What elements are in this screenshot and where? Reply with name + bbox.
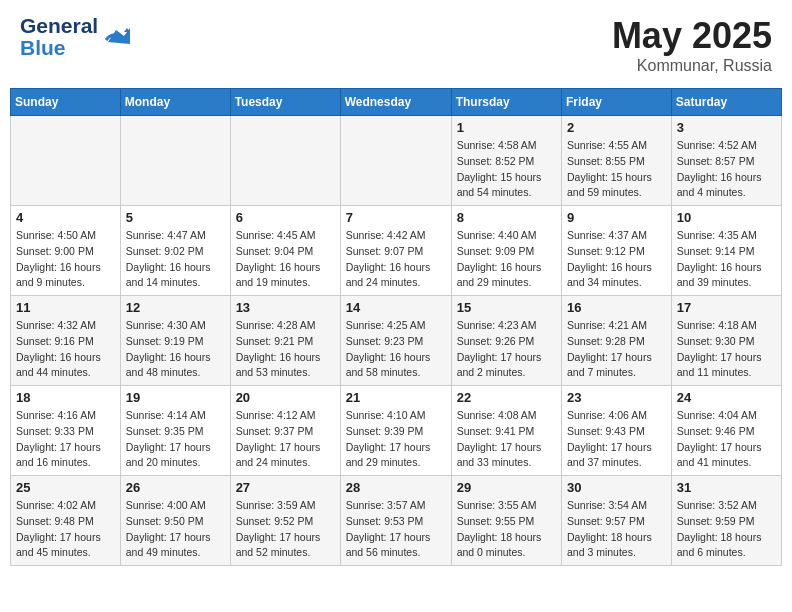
calendar-day-cell: 1Sunrise: 4:58 AM Sunset: 8:52 PM Daylig… bbox=[451, 116, 561, 206]
calendar-empty-cell bbox=[120, 116, 230, 206]
calendar-empty-cell bbox=[11, 116, 121, 206]
day-number: 25 bbox=[16, 480, 115, 495]
calendar-day-cell: 20Sunrise: 4:12 AM Sunset: 9:37 PM Dayli… bbox=[230, 386, 340, 476]
day-number: 14 bbox=[346, 300, 446, 315]
day-info: Sunrise: 4:18 AM Sunset: 9:30 PM Dayligh… bbox=[677, 318, 776, 381]
day-number: 9 bbox=[567, 210, 666, 225]
calendar-day-cell: 30Sunrise: 3:54 AM Sunset: 9:57 PM Dayli… bbox=[562, 476, 672, 566]
day-number: 2 bbox=[567, 120, 666, 135]
calendar-day-cell: 31Sunrise: 3:52 AM Sunset: 9:59 PM Dayli… bbox=[671, 476, 781, 566]
day-info: Sunrise: 4:35 AM Sunset: 9:14 PM Dayligh… bbox=[677, 228, 776, 291]
day-info: Sunrise: 4:25 AM Sunset: 9:23 PM Dayligh… bbox=[346, 318, 446, 381]
calendar-day-cell: 10Sunrise: 4:35 AM Sunset: 9:14 PM Dayli… bbox=[671, 206, 781, 296]
calendar-week-row: 18Sunrise: 4:16 AM Sunset: 9:33 PM Dayli… bbox=[11, 386, 782, 476]
calendar-week-row: 25Sunrise: 4:02 AM Sunset: 9:48 PM Dayli… bbox=[11, 476, 782, 566]
weekday-header-tuesday: Tuesday bbox=[230, 89, 340, 116]
day-info: Sunrise: 4:04 AM Sunset: 9:46 PM Dayligh… bbox=[677, 408, 776, 471]
logo: General Blue bbox=[20, 15, 130, 59]
weekday-header-thursday: Thursday bbox=[451, 89, 561, 116]
day-number: 24 bbox=[677, 390, 776, 405]
calendar-day-cell: 16Sunrise: 4:21 AM Sunset: 9:28 PM Dayli… bbox=[562, 296, 672, 386]
calendar-day-cell: 26Sunrise: 4:00 AM Sunset: 9:50 PM Dayli… bbox=[120, 476, 230, 566]
day-number: 12 bbox=[126, 300, 225, 315]
weekday-header-monday: Monday bbox=[120, 89, 230, 116]
day-number: 29 bbox=[457, 480, 556, 495]
day-number: 27 bbox=[236, 480, 335, 495]
day-info: Sunrise: 3:54 AM Sunset: 9:57 PM Dayligh… bbox=[567, 498, 666, 561]
calendar-day-cell: 9Sunrise: 4:37 AM Sunset: 9:12 PM Daylig… bbox=[562, 206, 672, 296]
day-info: Sunrise: 3:57 AM Sunset: 9:53 PM Dayligh… bbox=[346, 498, 446, 561]
day-info: Sunrise: 4:52 AM Sunset: 8:57 PM Dayligh… bbox=[677, 138, 776, 201]
calendar-day-cell: 12Sunrise: 4:30 AM Sunset: 9:19 PM Dayli… bbox=[120, 296, 230, 386]
calendar-day-cell: 7Sunrise: 4:42 AM Sunset: 9:07 PM Daylig… bbox=[340, 206, 451, 296]
day-info: Sunrise: 4:55 AM Sunset: 8:55 PM Dayligh… bbox=[567, 138, 666, 201]
day-number: 22 bbox=[457, 390, 556, 405]
day-number: 15 bbox=[457, 300, 556, 315]
calendar-day-cell: 29Sunrise: 3:55 AM Sunset: 9:55 PM Dayli… bbox=[451, 476, 561, 566]
day-info: Sunrise: 3:55 AM Sunset: 9:55 PM Dayligh… bbox=[457, 498, 556, 561]
day-info: Sunrise: 4:08 AM Sunset: 9:41 PM Dayligh… bbox=[457, 408, 556, 471]
day-number: 6 bbox=[236, 210, 335, 225]
day-number: 4 bbox=[16, 210, 115, 225]
day-info: Sunrise: 4:16 AM Sunset: 9:33 PM Dayligh… bbox=[16, 408, 115, 471]
weekday-header-sunday: Sunday bbox=[11, 89, 121, 116]
day-number: 11 bbox=[16, 300, 115, 315]
calendar-day-cell: 6Sunrise: 4:45 AM Sunset: 9:04 PM Daylig… bbox=[230, 206, 340, 296]
title-block: May 2025 Kommunar, Russia bbox=[612, 15, 772, 75]
day-number: 10 bbox=[677, 210, 776, 225]
logo-icon bbox=[102, 22, 130, 50]
day-info: Sunrise: 4:00 AM Sunset: 9:50 PM Dayligh… bbox=[126, 498, 225, 561]
calendar-day-cell: 13Sunrise: 4:28 AM Sunset: 9:21 PM Dayli… bbox=[230, 296, 340, 386]
calendar-day-cell: 18Sunrise: 4:16 AM Sunset: 9:33 PM Dayli… bbox=[11, 386, 121, 476]
day-number: 17 bbox=[677, 300, 776, 315]
calendar-day-cell: 15Sunrise: 4:23 AM Sunset: 9:26 PM Dayli… bbox=[451, 296, 561, 386]
day-number: 28 bbox=[346, 480, 446, 495]
day-number: 21 bbox=[346, 390, 446, 405]
day-info: Sunrise: 4:47 AM Sunset: 9:02 PM Dayligh… bbox=[126, 228, 225, 291]
calendar-day-cell: 4Sunrise: 4:50 AM Sunset: 9:00 PM Daylig… bbox=[11, 206, 121, 296]
logo-blue: Blue bbox=[20, 37, 98, 59]
day-number: 30 bbox=[567, 480, 666, 495]
day-info: Sunrise: 4:10 AM Sunset: 9:39 PM Dayligh… bbox=[346, 408, 446, 471]
day-info: Sunrise: 4:12 AM Sunset: 9:37 PM Dayligh… bbox=[236, 408, 335, 471]
day-info: Sunrise: 4:06 AM Sunset: 9:43 PM Dayligh… bbox=[567, 408, 666, 471]
calendar-day-cell: 5Sunrise: 4:47 AM Sunset: 9:02 PM Daylig… bbox=[120, 206, 230, 296]
day-number: 7 bbox=[346, 210, 446, 225]
calendar-day-cell: 25Sunrise: 4:02 AM Sunset: 9:48 PM Dayli… bbox=[11, 476, 121, 566]
day-number: 1 bbox=[457, 120, 556, 135]
calendar-day-cell: 28Sunrise: 3:57 AM Sunset: 9:53 PM Dayli… bbox=[340, 476, 451, 566]
day-number: 5 bbox=[126, 210, 225, 225]
day-info: Sunrise: 3:52 AM Sunset: 9:59 PM Dayligh… bbox=[677, 498, 776, 561]
day-info: Sunrise: 4:23 AM Sunset: 9:26 PM Dayligh… bbox=[457, 318, 556, 381]
weekday-header-saturday: Saturday bbox=[671, 89, 781, 116]
day-number: 23 bbox=[567, 390, 666, 405]
day-info: Sunrise: 4:32 AM Sunset: 9:16 PM Dayligh… bbox=[16, 318, 115, 381]
day-info: Sunrise: 4:50 AM Sunset: 9:00 PM Dayligh… bbox=[16, 228, 115, 291]
calendar-empty-cell bbox=[340, 116, 451, 206]
calendar-day-cell: 27Sunrise: 3:59 AM Sunset: 9:52 PM Dayli… bbox=[230, 476, 340, 566]
weekday-header-friday: Friday bbox=[562, 89, 672, 116]
calendar-day-cell: 8Sunrise: 4:40 AM Sunset: 9:09 PM Daylig… bbox=[451, 206, 561, 296]
calendar-day-cell: 21Sunrise: 4:10 AM Sunset: 9:39 PM Dayli… bbox=[340, 386, 451, 476]
calendar-day-cell: 17Sunrise: 4:18 AM Sunset: 9:30 PM Dayli… bbox=[671, 296, 781, 386]
calendar-day-cell: 19Sunrise: 4:14 AM Sunset: 9:35 PM Dayli… bbox=[120, 386, 230, 476]
calendar-day-cell: 23Sunrise: 4:06 AM Sunset: 9:43 PM Dayli… bbox=[562, 386, 672, 476]
day-number: 19 bbox=[126, 390, 225, 405]
weekday-header-wednesday: Wednesday bbox=[340, 89, 451, 116]
day-info: Sunrise: 4:21 AM Sunset: 9:28 PM Dayligh… bbox=[567, 318, 666, 381]
day-info: Sunrise: 3:59 AM Sunset: 9:52 PM Dayligh… bbox=[236, 498, 335, 561]
day-number: 8 bbox=[457, 210, 556, 225]
month-title: May 2025 bbox=[612, 15, 772, 57]
calendar-week-row: 1Sunrise: 4:58 AM Sunset: 8:52 PM Daylig… bbox=[11, 116, 782, 206]
day-number: 20 bbox=[236, 390, 335, 405]
calendar-day-cell: 14Sunrise: 4:25 AM Sunset: 9:23 PM Dayli… bbox=[340, 296, 451, 386]
day-info: Sunrise: 4:42 AM Sunset: 9:07 PM Dayligh… bbox=[346, 228, 446, 291]
calendar-day-cell: 2Sunrise: 4:55 AM Sunset: 8:55 PM Daylig… bbox=[562, 116, 672, 206]
page-header: General Blue May 2025 Kommunar, Russia bbox=[10, 10, 782, 80]
day-info: Sunrise: 4:28 AM Sunset: 9:21 PM Dayligh… bbox=[236, 318, 335, 381]
day-number: 16 bbox=[567, 300, 666, 315]
day-info: Sunrise: 4:37 AM Sunset: 9:12 PM Dayligh… bbox=[567, 228, 666, 291]
day-number: 3 bbox=[677, 120, 776, 135]
day-number: 13 bbox=[236, 300, 335, 315]
day-info: Sunrise: 4:58 AM Sunset: 8:52 PM Dayligh… bbox=[457, 138, 556, 201]
